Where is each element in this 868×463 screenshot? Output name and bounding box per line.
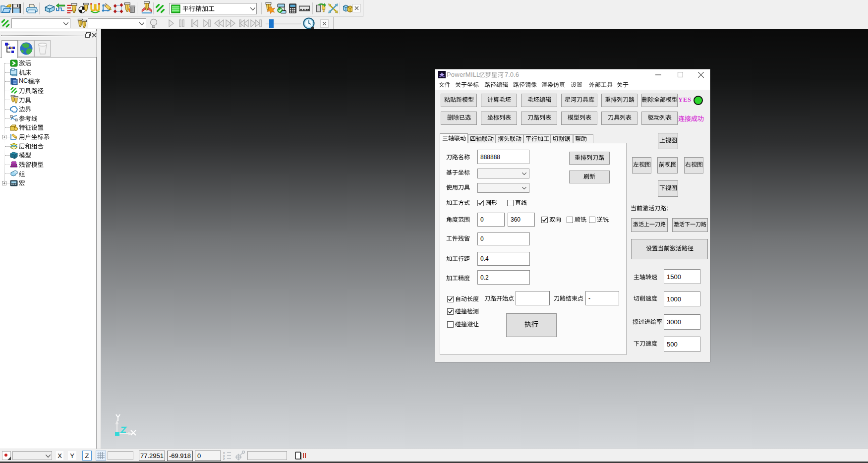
- svg-text:z: z: [223, 457, 225, 460]
